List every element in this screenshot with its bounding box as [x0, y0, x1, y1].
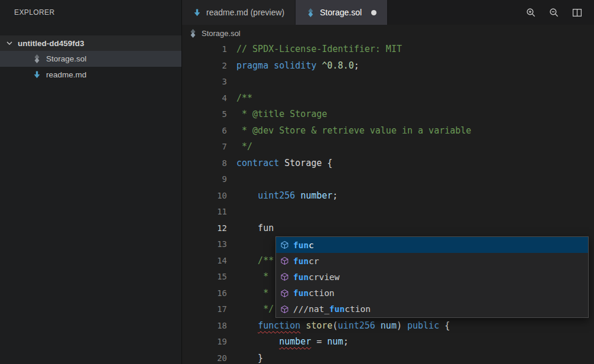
markdown-icon: [193, 8, 202, 17]
suggestion-label: ///nat_function: [293, 304, 371, 314]
line-content[interactable]: */: [227, 301, 274, 318]
cube-icon: [280, 240, 289, 249]
line-content[interactable]: */: [227, 139, 252, 155]
cube-icon: [280, 272, 289, 281]
line-number: 14: [182, 253, 227, 269]
line-number: 4: [182, 90, 227, 107]
line-content[interactable]: contract Storage {: [227, 155, 333, 172]
tab-storage-sol[interactable]: Storage.sol: [296, 0, 388, 25]
line-content[interactable]: *: [227, 269, 268, 285]
suggestion-nat-function[interactable]: ///nat_function: [276, 301, 588, 317]
code-line: 5 * @title Storage: [182, 106, 594, 123]
chevron-down-icon: [5, 38, 14, 48]
file-list: Storage.solreadme.md: [0, 51, 181, 83]
line-number: 10: [182, 188, 227, 204]
line-number: 5: [182, 106, 227, 123]
line-number: 8: [182, 155, 227, 172]
file-item-readme-md[interactable]: readme.md: [0, 67, 181, 83]
line-number: 15: [182, 269, 227, 285]
code-line: 9: [182, 171, 594, 188]
line-content[interactable]: /**: [227, 253, 274, 269]
explorer-title: EXPLORER: [14, 8, 55, 17]
code-line: 6 * @dev Store & retrieve value in a var…: [182, 123, 594, 139]
editor-actions: [526, 0, 594, 25]
split-editor-icon[interactable]: [572, 8, 582, 18]
line-content[interactable]: // SPDX-License-Identifier: MIT: [227, 41, 402, 58]
suggestion-label: func: [293, 240, 314, 250]
line-number: 3: [182, 74, 227, 90]
line-content[interactable]: fun: [227, 220, 274, 237]
line-number: 12: [182, 220, 227, 237]
line-content[interactable]: /**: [227, 90, 252, 107]
line-content[interactable]: * @title Storage: [227, 106, 327, 123]
line-content[interactable]: [227, 74, 236, 90]
suggestion-func[interactable]: func: [276, 237, 588, 253]
line-content[interactable]: }: [227, 350, 263, 364]
line-content[interactable]: function store(uint256 num) public {: [227, 318, 450, 334]
code-line: 7 */: [182, 139, 594, 155]
suggestion-label: funcr: [293, 256, 319, 266]
tab-label: readme.md (preview): [206, 8, 284, 17]
line-number: 19: [182, 334, 227, 350]
file-name: readme.md: [46, 70, 86, 79]
cube-icon: [280, 289, 289, 298]
code-line: 8contract Storage {: [182, 155, 594, 172]
tab-readme-md-preview[interactable]: readme.md (preview): [182, 0, 296, 25]
app-window: EXPLORER untitled-dd459fd3 Storage.solre…: [0, 0, 594, 364]
file-item-storage-sol[interactable]: Storage.sol: [0, 51, 181, 67]
code-line: 10 uint256 number;: [182, 188, 594, 204]
line-number: 20: [182, 350, 227, 364]
suggestion-function[interactable]: function: [276, 285, 588, 301]
suggestion-funcrview[interactable]: funcrview: [276, 269, 588, 285]
suggestion-funcr[interactable]: funcr: [276, 253, 588, 269]
line-content[interactable]: uint256 number;: [227, 188, 338, 204]
code-editor[interactable]: 1// SPDX-License-Identifier: MIT2pragma …: [182, 41, 594, 364]
line-content[interactable]: pragma solidity ^0.8.0;: [227, 58, 359, 74]
line-content[interactable]: [227, 171, 236, 188]
tabs: readme.md (preview)Storage.sol: [182, 0, 388, 25]
workspace-folder[interactable]: untitled-dd459fd3: [0, 35, 181, 51]
line-number: 18: [182, 318, 227, 334]
line-number: 7: [182, 139, 227, 155]
suggest-widget: funcfuncrfuncrviewfunction///nat_functio…: [275, 236, 589, 318]
editor-area: readme.md (preview)Storage.sol Storage.s…: [182, 0, 594, 364]
line-number: 17: [182, 301, 227, 318]
line-content[interactable]: *: [227, 285, 268, 302]
line-content[interactable]: [227, 236, 236, 253]
line-number: 2: [182, 58, 227, 74]
code-line: 20 }: [182, 350, 594, 364]
explorer-header: EXPLORER: [0, 0, 181, 27]
file-name: Storage.sol: [46, 54, 86, 63]
cube-icon: [280, 305, 289, 314]
code-line: 3: [182, 74, 594, 90]
zoom-in-icon[interactable]: [526, 8, 536, 18]
breadcrumb[interactable]: Storage.sol: [182, 25, 594, 41]
code-line: 19 number = num;: [182, 334, 594, 350]
explorer-sidebar: EXPLORER untitled-dd459fd3 Storage.solre…: [0, 0, 182, 364]
line-content[interactable]: number = num;: [227, 334, 349, 350]
line-number: 16: [182, 285, 227, 302]
line-number: 11: [182, 204, 227, 220]
code-line: 18 function store(uint256 num) public {: [182, 318, 594, 334]
line-number: 6: [182, 123, 227, 139]
code-line: 11: [182, 204, 594, 220]
code-line: 12 fun: [182, 220, 594, 237]
cube-icon: [280, 256, 289, 265]
markdown-icon: [33, 70, 41, 79]
line-content[interactable]: * @dev Store & retrieve value in a varia…: [227, 123, 471, 139]
tab-bar: readme.md (preview)Storage.sol: [182, 0, 594, 25]
line-number: 9: [182, 171, 227, 188]
suggestion-label: function: [293, 288, 335, 298]
breadcrumb-file: Storage.sol: [202, 29, 241, 38]
solidity-icon: [33, 54, 41, 63]
line-number: 1: [182, 41, 227, 58]
line-number: 13: [182, 236, 227, 253]
solidity-icon: [189, 29, 197, 38]
solidity-icon: [306, 8, 315, 17]
unsaved-dot[interactable]: [371, 10, 376, 15]
code-line: 1// SPDX-License-Identifier: MIT: [182, 41, 594, 58]
line-content[interactable]: [227, 204, 236, 220]
tab-label: Storage.sol: [320, 8, 362, 17]
code-line: 2pragma solidity ^0.8.0;: [182, 58, 594, 74]
zoom-out-icon[interactable]: [549, 8, 559, 18]
